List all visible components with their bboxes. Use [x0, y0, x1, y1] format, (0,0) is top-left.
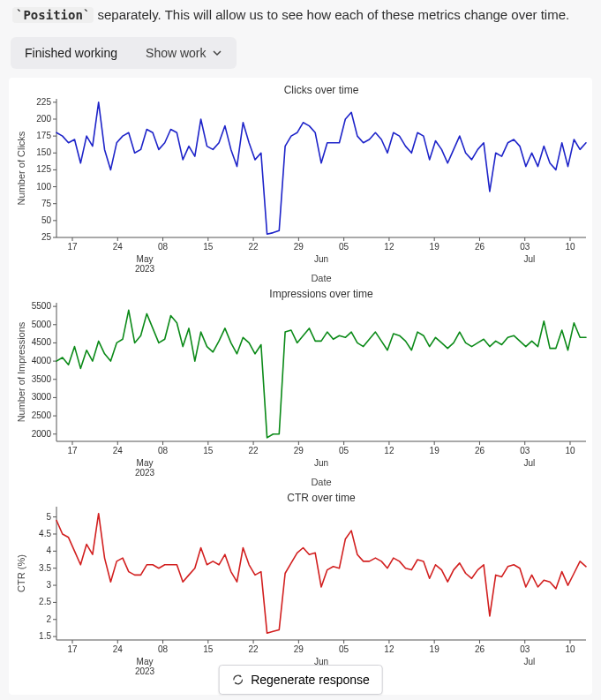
svg-text:22: 22 — [249, 242, 259, 252]
svg-text:26: 26 — [475, 644, 485, 654]
svg-text:05: 05 — [339, 644, 349, 654]
svg-text:17: 17 — [67, 446, 78, 455]
refresh-icon — [231, 674, 244, 686]
svg-text:10: 10 — [565, 242, 575, 252]
code-token: `Position` — [12, 7, 94, 23]
svg-text:22: 22 — [249, 644, 259, 654]
svg-text:29: 29 — [294, 644, 304, 654]
svg-text:24: 24 — [113, 242, 124, 252]
svg-text:2023: 2023 — [135, 666, 155, 676]
svg-text:4000: 4000 — [32, 356, 52, 365]
regenerate-label: Regenerate response — [251, 673, 370, 687]
svg-text:15: 15 — [203, 242, 214, 252]
svg-text:08: 08 — [158, 446, 169, 455]
svg-text:26: 26 — [475, 242, 485, 252]
svg-text:17: 17 — [67, 644, 78, 654]
svg-text:2.5: 2.5 — [39, 597, 51, 606]
svg-text:Jun: Jun — [314, 254, 328, 264]
chart-title: Clicks over time — [284, 84, 359, 96]
show-work-toggle[interactable]: Show work — [146, 46, 222, 60]
svg-text:15: 15 — [203, 644, 214, 654]
svg-text:2500: 2500 — [32, 410, 52, 420]
intro-text: `Position` separately. This will allow u… — [0, 0, 601, 34]
svg-text:2023: 2023 — [135, 264, 155, 274]
svg-text:3: 3 — [46, 580, 51, 590]
chart-card: Clicks over time255075100125150175200225… — [9, 78, 592, 695]
regenerate-wrapper: Regenerate response — [218, 665, 383, 695]
svg-text:200: 200 — [36, 114, 51, 124]
svg-text:100: 100 — [36, 181, 51, 191]
svg-text:05: 05 — [339, 446, 349, 455]
svg-text:150: 150 — [36, 147, 51, 157]
svg-text:2023: 2023 — [135, 468, 155, 478]
svg-text:3500: 3500 — [32, 374, 52, 384]
intro-rest: separately. This will allow us to see ho… — [97, 7, 569, 22]
svg-text:12: 12 — [384, 644, 394, 654]
svg-text:175: 175 — [36, 131, 51, 140]
svg-text:03: 03 — [520, 446, 530, 455]
svg-text:Date: Date — [311, 477, 331, 487]
chevron-down-icon — [212, 48, 222, 58]
svg-text:4: 4 — [46, 546, 51, 555]
show-work-label: Show work — [146, 46, 206, 60]
svg-text:May: May — [137, 458, 154, 468]
svg-text:CTR (%): CTR (%) — [16, 554, 26, 592]
chart-clicks: Clicks over time255075100125150175200225… — [12, 81, 589, 285]
svg-text:03: 03 — [520, 242, 530, 252]
svg-text:25: 25 — [41, 232, 52, 242]
svg-text:08: 08 — [158, 242, 169, 252]
svg-text:4500: 4500 — [32, 337, 52, 347]
svg-text:5500: 5500 — [32, 301, 52, 311]
svg-text:26: 26 — [475, 446, 485, 455]
svg-text:3000: 3000 — [32, 392, 52, 402]
svg-text:2: 2 — [46, 614, 51, 624]
chart-title: CTR over time — [287, 492, 356, 504]
svg-text:10: 10 — [565, 644, 575, 654]
svg-text:4.5: 4.5 — [39, 529, 51, 538]
svg-text:1.5: 1.5 — [39, 631, 51, 641]
svg-text:24: 24 — [113, 446, 124, 455]
svg-text:225: 225 — [36, 97, 51, 107]
svg-text:29: 29 — [294, 446, 304, 455]
svg-text:May: May — [137, 254, 154, 264]
svg-text:12: 12 — [384, 242, 394, 252]
work-status: Finished working — [25, 46, 117, 60]
svg-text:50: 50 — [41, 215, 52, 225]
regenerate-button[interactable]: Regenerate response — [218, 665, 383, 695]
svg-text:125: 125 — [36, 164, 51, 174]
svg-text:Jun: Jun — [314, 458, 328, 468]
svg-text:Date: Date — [311, 273, 331, 283]
svg-text:17: 17 — [67, 242, 78, 252]
chart-ctr: CTR over time1.522.533.544.55CTR (%)1724… — [12, 489, 589, 688]
svg-text:2000: 2000 — [32, 428, 52, 438]
chart-title: Impressions over time — [269, 288, 373, 300]
svg-text:May: May — [137, 657, 154, 666]
svg-text:5: 5 — [46, 511, 51, 521]
work-bar: Finished working Show work — [11, 37, 237, 69]
svg-text:05: 05 — [339, 242, 349, 252]
svg-text:Jul: Jul — [523, 657, 535, 666]
svg-text:19: 19 — [430, 446, 440, 455]
svg-text:24: 24 — [113, 644, 124, 654]
svg-text:10: 10 — [565, 446, 575, 455]
svg-text:Number of Impressions: Number of Impressions — [16, 321, 26, 422]
svg-text:3.5: 3.5 — [39, 562, 51, 572]
svg-text:08: 08 — [158, 644, 169, 654]
svg-text:5000: 5000 — [32, 320, 52, 329]
svg-text:15: 15 — [203, 446, 214, 455]
svg-text:19: 19 — [430, 242, 440, 252]
svg-text:Jul: Jul — [523, 254, 535, 264]
svg-text:Jul: Jul — [523, 458, 535, 468]
svg-text:22: 22 — [249, 446, 259, 455]
svg-text:19: 19 — [430, 644, 440, 654]
svg-text:03: 03 — [520, 644, 530, 654]
chart-impressions: Impressions over time2000250030003500400… — [12, 285, 589, 489]
svg-text:12: 12 — [384, 446, 394, 455]
svg-text:Number of Clicks: Number of Clicks — [16, 131, 26, 205]
svg-text:75: 75 — [41, 198, 52, 207]
svg-text:29: 29 — [294, 242, 304, 252]
